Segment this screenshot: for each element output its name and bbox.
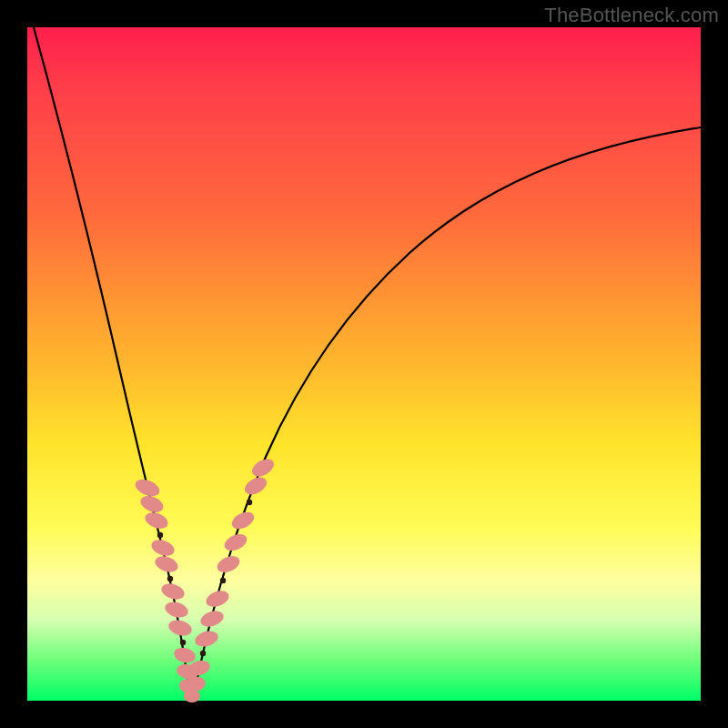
svg-point-10 xyxy=(180,640,186,645)
svg-point-4 xyxy=(149,537,177,559)
svg-point-0 xyxy=(133,476,162,499)
svg-point-20 xyxy=(220,578,226,583)
svg-point-24 xyxy=(247,500,252,505)
svg-point-3 xyxy=(157,532,163,538)
svg-point-6 xyxy=(167,576,173,581)
svg-point-17 xyxy=(193,629,220,650)
curve-left-arm xyxy=(34,27,190,699)
svg-point-18 xyxy=(198,608,226,630)
watermark-text: TheBottleneck.com xyxy=(544,4,719,27)
chart-frame: TheBottleneck.com xyxy=(0,0,728,728)
svg-point-5 xyxy=(153,553,180,575)
svg-point-1 xyxy=(138,493,166,516)
svg-point-11 xyxy=(172,645,197,664)
curve-layer xyxy=(27,27,701,701)
svg-point-9 xyxy=(167,618,193,639)
svg-point-16 xyxy=(200,651,206,656)
curve-right-arm xyxy=(193,127,701,699)
bead-bottom xyxy=(184,690,200,703)
beads-left xyxy=(133,476,200,694)
svg-point-2 xyxy=(143,510,170,531)
svg-point-8 xyxy=(163,600,190,621)
plot-area xyxy=(27,27,701,701)
svg-point-23 xyxy=(229,509,257,532)
svg-point-26 xyxy=(249,456,278,480)
svg-point-7 xyxy=(159,581,187,602)
beads-right xyxy=(185,456,278,694)
svg-point-25 xyxy=(242,474,269,499)
svg-point-19 xyxy=(204,588,231,610)
